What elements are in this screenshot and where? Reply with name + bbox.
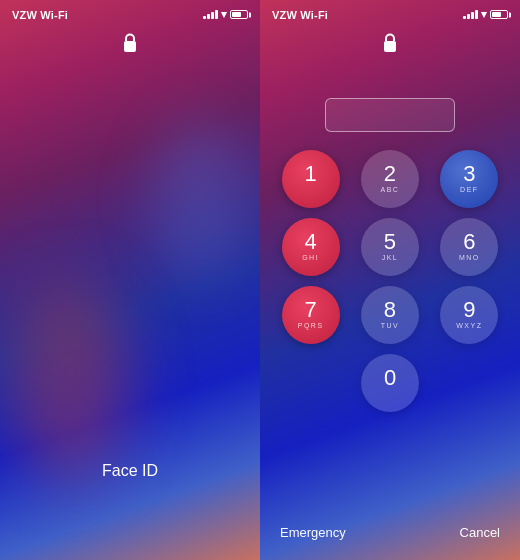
key-cell-9: 9 WXYZ bbox=[435, 286, 504, 344]
key-button-9[interactable]: 9 WXYZ bbox=[440, 286, 498, 344]
key-button-1[interactable]: 1 bbox=[282, 150, 340, 208]
battery-icon bbox=[230, 10, 248, 19]
lock-icon-right bbox=[382, 33, 398, 58]
face-id-screen: VZW Wi-Fi ▾ Face ID bbox=[0, 0, 260, 560]
key-button-0[interactable]: 0 bbox=[361, 354, 419, 412]
key-button-7[interactable]: 7 PQRS bbox=[282, 286, 340, 344]
status-icons-right: ▾ bbox=[463, 8, 508, 21]
wifi-icon: ▾ bbox=[221, 8, 227, 21]
key-button-4[interactable]: 4 GHI bbox=[282, 218, 340, 276]
key-zero-row: 0 bbox=[361, 354, 419, 412]
passcode-screen: VZW Wi-Fi ▾ 1 bbox=[260, 0, 520, 560]
svg-rect-1 bbox=[384, 41, 396, 52]
key-cell-1: 1 bbox=[276, 150, 345, 208]
bottom-bar: Emergency Cancel bbox=[260, 525, 520, 540]
emergency-button[interactable]: Emergency bbox=[280, 525, 346, 540]
key-cell-7: 7 PQRS bbox=[276, 286, 345, 344]
signal-icon bbox=[203, 10, 218, 19]
carrier-right: VZW Wi-Fi bbox=[272, 9, 328, 21]
face-id-label: Face ID bbox=[102, 462, 158, 480]
keypad-grid: 1 2 ABC 3 DEF 4 GHI 5 JKL bbox=[260, 150, 520, 344]
cancel-button[interactable]: Cancel bbox=[460, 525, 500, 540]
carrier-left: VZW Wi-Fi bbox=[12, 9, 68, 21]
bg-blob-1 bbox=[10, 280, 130, 480]
key-cell-5: 5 JKL bbox=[355, 218, 424, 276]
status-bar-left: VZW Wi-Fi ▾ bbox=[0, 0, 260, 25]
key-button-5[interactable]: 5 JKL bbox=[361, 218, 419, 276]
wifi-icon-right: ▾ bbox=[481, 8, 487, 21]
status-icons-left: ▾ bbox=[203, 8, 248, 21]
lock-icon-left bbox=[122, 33, 138, 58]
key-button-2[interactable]: 2 ABC bbox=[361, 150, 419, 208]
battery-icon-right bbox=[490, 10, 508, 19]
svg-rect-0 bbox=[124, 41, 136, 52]
key-cell-2: 2 ABC bbox=[355, 150, 424, 208]
key-button-6[interactable]: 6 MNO bbox=[440, 218, 498, 276]
signal-icon-right bbox=[463, 10, 478, 19]
key-cell-6: 6 MNO bbox=[435, 218, 504, 276]
passcode-input[interactable] bbox=[325, 98, 455, 132]
key-cell-4: 4 GHI bbox=[276, 218, 345, 276]
key-cell-8: 8 TUV bbox=[355, 286, 424, 344]
status-bar-right: VZW Wi-Fi ▾ bbox=[260, 0, 520, 25]
key-cell-3: 3 DEF bbox=[435, 150, 504, 208]
key-button-8[interactable]: 8 TUV bbox=[361, 286, 419, 344]
bg-blob-2 bbox=[150, 120, 250, 280]
key-button-3[interactable]: 3 DEF bbox=[440, 150, 498, 208]
